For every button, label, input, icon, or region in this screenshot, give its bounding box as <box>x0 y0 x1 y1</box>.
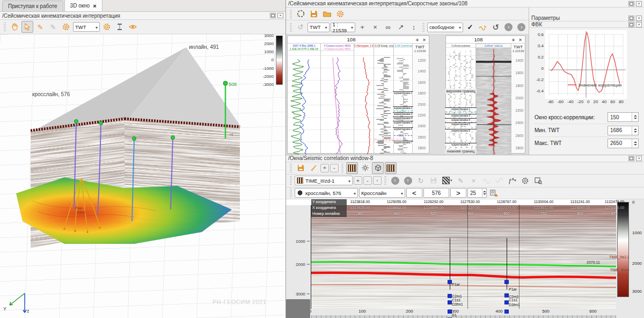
toolbar-grip[interactable] <box>422 23 425 32</box>
track-seismic-trace[interactable]: Сейсм. трасса <box>476 44 511 153</box>
float-icon[interactable] <box>628 22 634 27</box>
close-icon[interactable] <box>636 16 642 21</box>
well-marker[interactable] <box>504 293 509 297</box>
well-track[interactable]: P1arC2m1C1s1D3fm1 <box>507 238 507 290</box>
domain-select[interactable]: TWT <box>308 23 330 32</box>
zoom-box-button[interactable] <box>532 175 544 186</box>
pick-label[interactable]: корректировка 2 <box>393 106 413 110</box>
zoom-in-button[interactable]: + <box>356 21 368 33</box>
tab-getting-started[interactable]: Приступая к работе <box>2 1 63 11</box>
toolbar-grip[interactable] <box>290 164 292 172</box>
seismic-display-button[interactable] <box>346 162 358 174</box>
seismic-attribute-button[interactable] <box>385 162 397 174</box>
track-synthetic[interactable]: -0.34 Синтетика (трасса 0.34 корректиров… <box>394 44 413 153</box>
well-marker[interactable] <box>504 280 509 284</box>
save-button[interactable] <box>295 162 306 174</box>
reset-button[interactable]: ↺ <box>490 21 502 33</box>
toolbar-grip[interactable] <box>290 10 292 18</box>
settings-button[interactable] <box>60 21 72 33</box>
toolbar-grip[interactable] <box>290 189 292 197</box>
prev-slice-button[interactable]: < <box>406 188 422 198</box>
toolbar-grip[interactable] <box>290 23 292 32</box>
select-cursor-button[interactable] <box>21 21 33 33</box>
edit-pencil-button[interactable]: ✎ <box>34 21 46 33</box>
add-layer-button[interactable]: + <box>354 176 362 185</box>
well-marker[interactable] <box>448 294 452 298</box>
add-track-icon[interactable]: + <box>510 37 517 43</box>
pick-label[interactable]: верхняя границ <box>445 89 477 93</box>
zoom-out-button[interactable]: - <box>330 164 339 172</box>
pick-label[interactable]: корректировка 5 <box>393 121 413 124</box>
pick-label[interactable]: корректировка 6 <box>393 127 413 131</box>
lasso-select-button[interactable] <box>295 8 307 20</box>
fit-button[interactable]: ↗ <box>395 21 407 33</box>
well-marker[interactable] <box>448 280 452 284</box>
track-seismogram[interactable]: Сейсмограмма <box>446 44 476 153</box>
close-icon[interactable] <box>93 3 96 9</box>
step-spinbox[interactable]: 25 <box>467 188 487 198</box>
vertical-scale-button[interactable] <box>114 21 126 33</box>
well-marker[interactable] <box>504 309 509 313</box>
pick-label[interactable]: корректировка 7 <box>445 143 477 146</box>
seismic-section[interactable]: Y координата X координата Номер инлайна … <box>286 199 644 318</box>
refresh-button[interactable]: ↻ <box>415 175 427 186</box>
track-reflectivity[interactable]: -0.19 Коэф. отражения 0.22 <box>374 44 394 153</box>
wave-snap2-button[interactable] <box>494 175 506 186</box>
close-icon[interactable] <box>277 13 283 18</box>
wave-snap-button[interactable] <box>481 175 493 186</box>
interpolation-button[interactable]: ▾ <box>441 175 454 186</box>
pick-label[interactable]: корректировка 4 <box>445 118 477 121</box>
mode-select[interactable]: свободное <box>427 23 463 32</box>
float-icon[interactable] <box>270 13 276 18</box>
prev-step-button[interactable]: ‹ <box>503 21 515 33</box>
add-track-icon[interactable]: + <box>414 37 421 43</box>
settings-button[interactable] <box>334 8 346 20</box>
float-icon[interactable] <box>628 1 634 6</box>
well-head[interactable] <box>171 136 175 140</box>
domain-select[interactable]: TWT <box>73 22 100 32</box>
well-head[interactable] <box>133 137 136 141</box>
track-velocity[interactable]: 4 Скорость(инт) 48004 Скорость(зкн) 4800 <box>321 44 354 153</box>
tab-3d-window[interactable]: 3D окно <box>64 0 103 11</box>
apply-button[interactable]: ✓ <box>464 21 476 33</box>
pick-label[interactable]: корректировка 5 <box>445 122 477 126</box>
cube-view-button[interactable] <box>372 162 384 174</box>
stretch-squeeze-button[interactable] <box>477 21 489 33</box>
parameter-spinbox[interactable]: 2650 <box>608 139 639 148</box>
well-head[interactable] <box>99 121 103 125</box>
well-head-508[interactable] <box>223 81 228 85</box>
float-icon[interactable] <box>628 16 634 21</box>
slice-number-input[interactable]: 576 <box>423 188 449 198</box>
pick-label[interactable]: корректировка 1 <box>445 107 477 111</box>
autotrack-button[interactable]: ƒA▾ <box>507 175 518 186</box>
forward-button[interactable]: › <box>402 175 414 186</box>
vertical-fit-button[interactable]: ↕ <box>408 21 420 33</box>
track-impedance[interactable]: 0 Импеданс 1.98E+07 <box>354 44 374 153</box>
pick-label[interactable]: нижняя границ <box>445 149 477 154</box>
measure-button[interactable] <box>308 162 319 174</box>
pan-hand-button[interactable] <box>9 21 20 33</box>
undo-button[interactable]: ↺ <box>295 21 306 33</box>
well-marker[interactable] <box>448 309 452 313</box>
pick-label[interactable]: корректировка 3 <box>445 114 477 117</box>
remove-button[interactable]: × <box>369 21 381 33</box>
parameter-spinbox[interactable]: 150 <box>608 112 639 122</box>
link-scale-button[interactable]: ∞ <box>382 21 394 33</box>
collapse-button[interactable]: ‹ <box>373 176 382 185</box>
toolbar-grip[interactable] <box>4 23 6 31</box>
viewport-3d[interactable]: инлайн, 491 кросслайн, 576 508 =t P1ar C… <box>0 34 286 318</box>
delete-pick-button[interactable]: × <box>468 175 480 186</box>
next-slice-button[interactable]: > <box>450 188 466 198</box>
bottom-ruler[interactable] <box>311 315 616 318</box>
slice-select[interactable]: кросслайн, 576 <box>295 188 358 198</box>
edit-pick-button[interactable]: ✎ <box>455 175 467 186</box>
close-icon[interactable] <box>636 1 642 6</box>
toolbar-grip[interactable] <box>290 176 292 185</box>
open-button[interactable] <box>321 8 333 20</box>
zoom-in-button[interactable]: + <box>320 164 329 172</box>
spinner-arrows[interactable] <box>632 113 638 121</box>
toolbar-grip[interactable] <box>384 176 386 185</box>
pick-label[interactable]: корректировка 1 <box>393 91 413 95</box>
snapshot-button[interactable] <box>488 187 500 199</box>
close-icon[interactable] <box>636 156 642 161</box>
